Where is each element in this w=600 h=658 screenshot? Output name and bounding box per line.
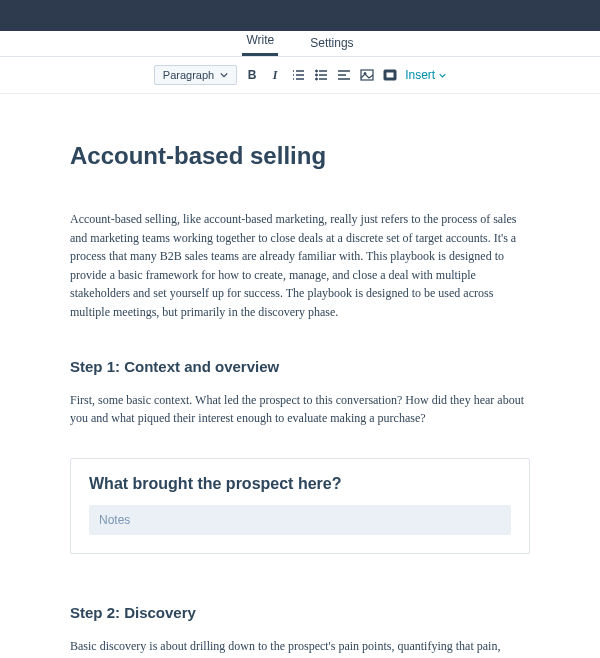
svg-point-2	[316, 78, 318, 80]
tab-write[interactable]: Write	[242, 33, 278, 56]
image-icon[interactable]	[360, 68, 374, 82]
step1-body: First, some basic context. What led the …	[70, 391, 530, 428]
paragraph-dropdown-label: Paragraph	[163, 69, 214, 81]
prospect-card: What brought the prospect here? Notes	[70, 458, 530, 554]
svg-rect-6	[386, 72, 394, 78]
prospect-card-title: What brought the prospect here?	[89, 475, 511, 493]
notes-input[interactable]: Notes	[89, 505, 511, 535]
step2-heading: Step 2: Discovery	[70, 604, 530, 621]
svg-rect-3	[361, 70, 373, 80]
chevron-down-icon	[439, 72, 446, 79]
embed-icon[interactable]	[383, 68, 397, 82]
paragraph-dropdown[interactable]: Paragraph	[154, 65, 237, 85]
italic-icon[interactable]: I	[268, 68, 282, 82]
tab-settings[interactable]: Settings	[306, 36, 357, 56]
step1-heading: Step 1: Context and overview	[70, 358, 530, 375]
page-title: Account-based selling	[70, 142, 530, 170]
app-topbar	[0, 0, 600, 31]
align-icon[interactable]	[337, 68, 351, 82]
intro-paragraph: Account-based selling, like account-base…	[70, 210, 530, 322]
chevron-down-icon	[220, 71, 228, 79]
insert-dropdown[interactable]: Insert	[405, 68, 446, 82]
numbered-list-icon[interactable]	[291, 68, 305, 82]
svg-point-0	[316, 70, 318, 72]
bold-icon[interactable]: B	[245, 68, 259, 82]
svg-point-1	[316, 74, 318, 76]
document-content: Account-based selling Account-based sell…	[70, 94, 530, 658]
bullet-list-icon[interactable]	[314, 68, 328, 82]
editor-toolbar: Paragraph B I Insert	[0, 57, 600, 94]
step2-body: Basic discovery is about drilling down t…	[70, 637, 530, 658]
tab-bar: Write Settings	[0, 31, 600, 57]
formatting-tools: B I	[245, 68, 397, 82]
insert-label: Insert	[405, 68, 435, 82]
